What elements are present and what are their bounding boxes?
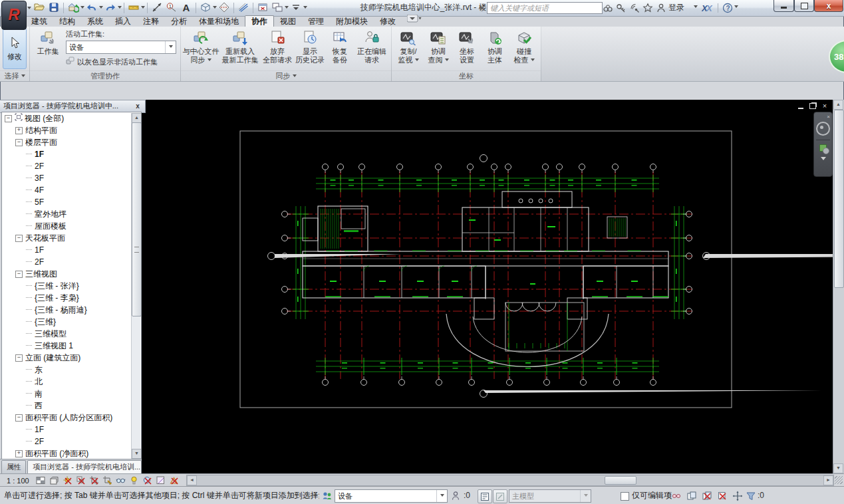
tab-分析[interactable]: 分析 — [165, 16, 193, 27]
view-close-button[interactable]: × — [819, 101, 831, 110]
underlay-select-toggle[interactable] — [686, 490, 698, 501]
copy-monitor-button[interactable]: 复制/ 监视 — [393, 27, 424, 64]
show-history-button[interactable]: 显示 历史记录 — [294, 27, 326, 64]
resize-grip[interactable] — [835, 476, 843, 484]
tree-collapse-icon[interactable]: − — [15, 414, 23, 422]
sign-in-caret-icon[interactable] — [694, 5, 698, 10]
tab-系统[interactable]: 系统 — [81, 16, 109, 27]
tab-插入[interactable]: 插入 — [109, 16, 137, 27]
steering-wheel-icon[interactable] — [816, 122, 830, 136]
browser-scrollbar[interactable]: ▲ ▼ — [131, 113, 140, 459]
crop-view-off-button[interactable] — [88, 475, 100, 486]
restore-button[interactable] — [794, 0, 814, 12]
synchronize-panel-label[interactable]: 同步 — [181, 70, 391, 81]
scroll-up-icon[interactable]: ▲ — [833, 100, 843, 110]
search-binoculars-button[interactable] — [601, 2, 615, 13]
design-options-button[interactable] — [493, 489, 507, 503]
tab-结构[interactable]: 结构 — [53, 16, 81, 27]
tree-collapse-icon[interactable]: − — [15, 235, 23, 242]
open-button[interactable] — [33, 2, 46, 14]
tree-item-立面 (建筑立面)[interactable]: −立面 (建筑立面) — [2, 352, 141, 364]
temporary-view-properties-button[interactable] — [155, 475, 167, 486]
tree-item-面积平面 (净面积)[interactable]: +面积平面 (净面积) — [2, 447, 141, 459]
gray-inactive-worksets-button[interactable]: 以灰色显示非活动工作集 — [66, 57, 176, 67]
tree-item-三维模型[interactable]: 三维模型 — [2, 328, 141, 340]
worksharing-display-off-button[interactable] — [142, 475, 154, 486]
tree-item-南[interactable]: 南 — [2, 388, 141, 400]
tree-collapse-icon[interactable]: − — [5, 115, 12, 122]
dropdown-arrow-icon[interactable] — [436, 490, 447, 502]
tree-item-2F[interactable]: 2F — [2, 436, 141, 447]
help-caret-icon[interactable] — [734, 5, 738, 10]
view-minimize-button[interactable] — [795, 101, 807, 110]
face-select-toggle[interactable] — [716, 490, 728, 501]
undo-button[interactable] — [85, 2, 98, 14]
project-browser-title[interactable]: 项目浏览器 - 技师学院机电培训中... x — [0, 100, 146, 113]
ribbon-state-icon[interactable] — [407, 15, 422, 25]
tree-item-4F[interactable]: 4F — [2, 184, 141, 196]
tree-item-1F[interactable]: 1F — [2, 148, 141, 160]
zoom-tool-icon[interactable] — [819, 144, 827, 152]
tree-item-屋面楼板[interactable]: 屋面楼板 — [2, 220, 141, 232]
tag-button[interactable]: 1 — [165, 2, 178, 14]
browser-scroll-thumb[interactable] — [132, 122, 142, 316]
tree-item-北[interactable]: 北 — [2, 376, 141, 388]
tree-item-西[interactable]: 西 — [2, 400, 141, 412]
search-collapse-icon[interactable] — [480, 5, 486, 11]
sign-in-person-button[interactable] — [654, 2, 668, 13]
tree-item-室外地坪[interactable]: 室外地坪 — [2, 208, 141, 220]
tab-建筑[interactable]: 建筑 — [25, 16, 53, 27]
help-button[interactable]: ? — [721, 2, 734, 13]
tree-item-天花板平面[interactable]: −天花板平面 — [2, 232, 141, 244]
tree-item-{三维}[interactable]: {三维} — [2, 316, 141, 328]
coordination-host-button[interactable]: 协调 主体 — [481, 27, 509, 64]
modify-button[interactable]: 修改 — [3, 28, 27, 69]
tab-协作[interactable]: 协作 — [245, 15, 274, 27]
view-restore-button[interactable] — [807, 101, 819, 110]
aligned-dimension-button[interactable] — [150, 2, 164, 14]
tree-item-{三维 - 张洋}[interactable]: {三维 - 张洋} — [2, 280, 141, 292]
tab-properties[interactable]: 属性 — [1, 460, 26, 474]
interference-check-button[interactable]: 碰撞 检查 — [509, 27, 539, 64]
close-button[interactable]: x — [814, 0, 843, 12]
redo-caret-icon[interactable] — [118, 6, 122, 11]
filter-icon[interactable] — [745, 490, 757, 501]
shadows-off-button[interactable] — [75, 475, 87, 486]
vertical-scrollbar[interactable]: ▲ ▼ — [833, 100, 844, 473]
tree-item-3F[interactable]: 3F — [2, 172, 141, 184]
undo-caret-icon[interactable] — [99, 6, 103, 11]
sun-path-off-button[interactable] — [62, 475, 74, 486]
reload-latest-button[interactable]: 重新载入 最新工作集 — [219, 27, 261, 64]
worksets-button[interactable]: 工作集 — [33, 27, 63, 56]
application-menu-button[interactable]: R — [1, 1, 27, 30]
tree-item-{三维 - 杨雨迪}[interactable]: {三维 - 杨雨迪} — [2, 304, 141, 316]
drawing-area[interactable]: × × ▲ ▼ — [142, 100, 844, 473]
tree-item-{三维 - 李枭}[interactable]: {三维 - 李枭} — [2, 292, 141, 304]
pinned-select-toggle[interactable] — [701, 490, 713, 501]
restore-backup-button[interactable]: 恢复 备份 — [326, 27, 354, 64]
subscription-key-button[interactable] — [615, 2, 628, 13]
view-scale-button[interactable]: 1 : 100 — [7, 477, 29, 485]
tree-expand-icon[interactable]: + — [15, 450, 23, 457]
tab-注释[interactable]: 注释 — [137, 16, 165, 27]
default-3d-view-button[interactable] — [199, 2, 212, 14]
link-select-toggle[interactable] — [670, 490, 682, 501]
editing-requests-button[interactable]: 正在编辑 请求 — [354, 27, 390, 64]
editing-requests-icon[interactable] — [450, 490, 462, 501]
close-hidden-windows-button[interactable] — [256, 2, 269, 14]
detail-level-button[interactable] — [35, 475, 47, 486]
communication-center-button[interactable] — [628, 2, 641, 13]
coordination-review-button[interactable]: 协调 查阅 — [424, 27, 453, 64]
show-crop-region-button[interactable] — [102, 475, 114, 486]
tree-item-2F[interactable]: 2F — [2, 256, 141, 268]
horizontal-scroll-thumb[interactable] — [605, 476, 636, 485]
tree-item-东[interactable]: 东 — [2, 364, 141, 376]
worksharing-dialog-button[interactable] — [478, 489, 492, 503]
tree-item-5F[interactable]: 5F — [2, 196, 141, 208]
thin-lines-button[interactable] — [237, 2, 250, 14]
tab-管理[interactable]: 管理 — [302, 16, 330, 27]
tab-体量和场地[interactable]: 体量和场地 — [193, 16, 245, 27]
tab-修改[interactable]: 修改 — [374, 16, 402, 27]
minimize-button[interactable] — [774, 0, 794, 12]
navbar-close-icon[interactable]: × — [827, 114, 830, 120]
